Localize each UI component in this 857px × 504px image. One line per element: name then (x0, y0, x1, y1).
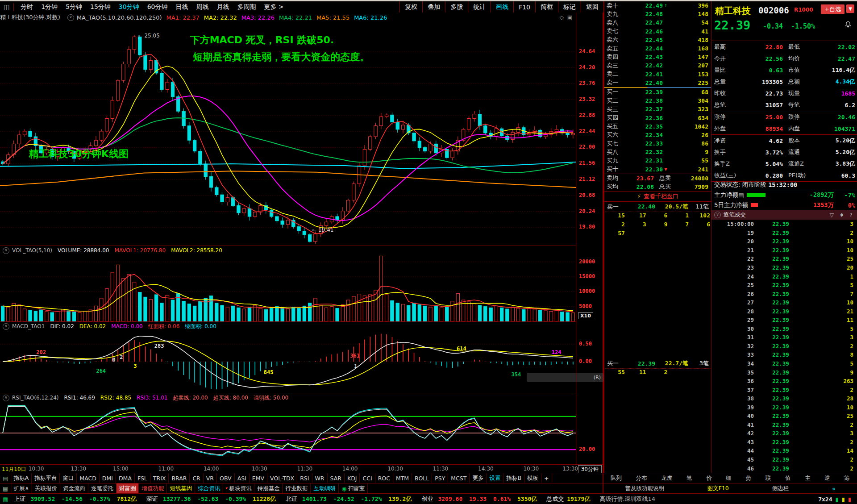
bottom-tab-KDJ[interactable]: KDJ (345, 473, 360, 483)
bottom-tab-持股基金[interactable]: 持股基金 (254, 483, 283, 494)
bottom-tab-BRAR[interactable]: BRAR (169, 473, 190, 483)
window-panes-icon[interactable]: ◫ (0, 3, 14, 11)
tick-row[interactable]: 3922.3910 (711, 403, 857, 412)
tick-row[interactable]: 2822.3921 (711, 307, 857, 316)
macd-pane[interactable]: 2022640232838453611614354124 (0, 330, 576, 393)
order-book-row[interactable]: 卖七22.4641 (604, 27, 711, 36)
kline-pane[interactable]: 下方MACD 死叉，RSI 跌破50. 短期是否真得走弱，要看大资金的态度。 精… (0, 22, 576, 246)
function-link-普及版功能说明[interactable]: 普及版功能说明 (625, 485, 664, 492)
quote-tab-细[interactable]: 细 (726, 475, 732, 482)
order-book-row[interactable]: 买二22.38304 (604, 96, 711, 105)
tick-row[interactable]: 3222.392 (711, 342, 857, 351)
order-book-row[interactable]: 买七22.3386 (604, 139, 711, 148)
quote-tab-值[interactable]: 值 (785, 475, 791, 482)
favorite-dropdown-icon[interactable]: ▼ (846, 4, 854, 13)
doc-icon[interactable]: ▤ (738, 192, 744, 199)
tick-row[interactable]: 4022.3925 (711, 412, 857, 421)
thousand-level-link[interactable]: ⚡ 查看千档盘口 (604, 191, 711, 202)
toolbar-button-标记[interactable]: 标记 (558, 1, 581, 12)
quote-tab-价[interactable]: 价 (706, 475, 712, 482)
tick-row[interactable]: 2322.3920 (711, 263, 857, 272)
order-book-row[interactable]: 买四22.36634 (604, 113, 711, 122)
toolbar-button-F10[interactable]: F10 (513, 1, 535, 12)
tick-row[interactable]: 4222.393 (711, 429, 857, 438)
order-book-row[interactable]: 买十22.30▼241 (604, 165, 711, 174)
period-tab-5分钟[interactable]: 5分钟 (62, 3, 86, 10)
order-book-row[interactable]: 买六22.3426 (604, 131, 711, 139)
tick-row[interactable]: 3722.392 (711, 385, 857, 394)
panel-menu-icon[interactable]: ▤ (0, 473, 11, 483)
bottom-tab-FSL[interactable]: FSL (135, 473, 150, 483)
bottom-tab-短线基因[interactable]: 短线基因 (167, 483, 195, 494)
index-quote-上证[interactable]: 上证 3909.52 -14.56 -0.37% 7812亿 (14, 496, 143, 502)
tick-row[interactable]: 2022.3910 (711, 237, 857, 246)
tick-row[interactable]: 2422.391 (711, 272, 857, 281)
bottom-tab-设置[interactable]: 设置 (487, 473, 503, 483)
tick-row[interactable]: 2722.3910 (711, 298, 857, 307)
toolbar-button-多股[interactable]: 多股 (445, 1, 468, 12)
order-book-row[interactable]: 买五22.351042 (604, 122, 711, 131)
quote-tab-笔[interactable]: 笔 (686, 475, 692, 482)
tick-row[interactable]: 4622.392 (711, 464, 857, 473)
tick-row[interactable]: 3622.39263 (711, 377, 857, 386)
bottom-tab-增值功能[interactable]: 增值功能 (139, 483, 167, 494)
bottom-tab-更多[interactable]: 更多 (470, 473, 487, 483)
period-tab-更多 >[interactable]: 更多 > (260, 3, 288, 10)
order-book-row[interactable]: 卖二22.41153 (604, 70, 711, 79)
bottom-tab-TRIX[interactable]: TRIX (150, 473, 169, 483)
bottom-tab-CCI[interactable]: CCI (360, 473, 375, 483)
chart-header-icons[interactable]: ◇ ▣ (560, 14, 576, 21)
bottom-tab-扫雷宝[interactable]: ◉扫雷宝 (339, 483, 367, 494)
bottom-tab-资金流向[interactable]: 资金流向 (60, 483, 88, 494)
bottom-tab-MACD[interactable]: MACD (77, 473, 99, 483)
period-tab-多周期[interactable]: 多周期 (233, 3, 260, 10)
bottom-tab-指标A[interactable]: 指标A (11, 473, 32, 483)
bottom-tab-OBV[interactable]: OBV (217, 473, 235, 483)
order-book-row[interactable]: 买一22.3968 (604, 88, 711, 96)
panel-menu-icon[interactable]: ▤ (0, 483, 11, 494)
order-book-row[interactable]: 买八22.329 (604, 148, 711, 156)
tick-row[interactable]: 3522.399 (711, 368, 857, 377)
bottom-tab-DMA[interactable]: DMA (116, 473, 135, 483)
tick-row[interactable]: 2622.397 (711, 289, 857, 298)
tick-row[interactable]: 3822.3928 (711, 394, 857, 403)
bottom-tab-逐笔委托[interactable]: 逐笔委托 (88, 483, 116, 494)
tick-row[interactable]: 3422.395 (711, 359, 857, 368)
toolbar-button-画线[interactable]: 画线 (491, 1, 513, 12)
bottom-tab-ROC[interactable]: ROC (375, 473, 393, 483)
collapse-icon[interactable]: ∨ (3, 323, 9, 330)
bottom-tab-ASI[interactable]: ASI (235, 473, 250, 483)
order-book-row[interactable]: 卖四22.43147 (604, 53, 711, 61)
period-tab-60分钟[interactable]: 60分钟 (143, 3, 172, 10)
bottom-tab-PSY[interactable]: PSY (432, 473, 448, 483)
bottom-tab-MTM[interactable]: MTM (393, 473, 412, 483)
bottom-tab-SAR[interactable]: SAR (328, 473, 345, 483)
bottom-tab-板块资讯[interactable]: 板块资讯 (223, 483, 254, 494)
tick-row[interactable]: 2122.3910 (711, 246, 857, 255)
bottom-tab-模板[interactable]: 模板 (524, 473, 541, 483)
index-quote-北证[interactable]: 北证 1401.73 -24.52 -1.72% 139.2亿 (286, 496, 418, 502)
toolbar-button-返回[interactable]: 返回 (581, 1, 603, 12)
tick-row[interactable]: 1922.392 (711, 229, 857, 237)
bottom-tab-关联报价[interactable]: 关联报价 (32, 483, 60, 494)
period-tab-15分钟[interactable]: 15分钟 (86, 3, 115, 10)
tick-row[interactable]: 2222.3925 (711, 254, 857, 263)
tick-row[interactable]: 4422.3914 (711, 446, 857, 455)
bottom-tab-CR[interactable]: CR (190, 473, 203, 483)
connection-info[interactable]: 高级行情,深圳双线14 (599, 495, 655, 503)
index-quote-创业[interactable]: 创业 3209.60 19.33 0.61% 5350亿 (421, 496, 540, 502)
bottom-tab-行业数据[interactable]: 行业数据 (283, 483, 311, 494)
bottom-tab-EMV[interactable]: EMV (250, 473, 267, 483)
alert-icon[interactable]: ▮ (848, 496, 851, 503)
tick-row[interactable]: 3322.398 (711, 350, 857, 359)
quote-tab-逆[interactable]: 逆 (824, 475, 830, 482)
toolbar-button-叠加[interactable]: 叠加 (422, 1, 445, 12)
collapse-icon[interactable]: ∨ (67, 14, 74, 21)
order-book-row[interactable]: 卖一22.40225 (604, 79, 711, 87)
tick-filter-icons[interactable]: ▽ ♦ ? (830, 212, 857, 218)
function-link-«[interactable]: « (832, 485, 836, 492)
tick-row[interactable]: 2522.395 (711, 281, 857, 290)
order-book-row[interactable]: 买三22.37323 (604, 105, 711, 113)
alert-bell-icon[interactable] (845, 21, 852, 28)
tick-row[interactable]: 4122.392 (711, 421, 857, 429)
